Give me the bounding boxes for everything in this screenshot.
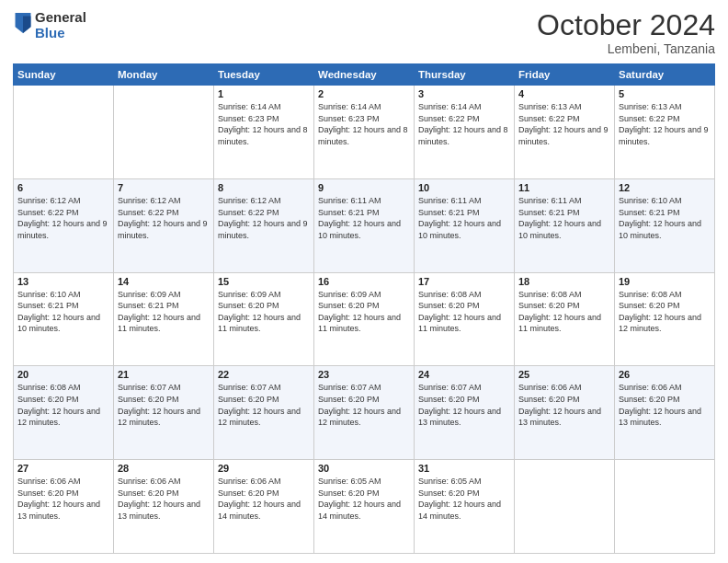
table-row: 13Sunrise: 6:10 AMSunset: 6:21 PMDayligh…: [14, 272, 114, 366]
week-row-4: 27Sunrise: 6:06 AMSunset: 6:20 PMDayligh…: [14, 460, 715, 554]
day-info: Sunrise: 6:06 AMSunset: 6:20 PMDaylight:…: [118, 476, 210, 522]
location: Lembeni, Tanzania: [537, 41, 715, 56]
day-number: 11: [518, 182, 610, 193]
table-row: 5Sunrise: 6:13 AMSunset: 6:22 PMDaylight…: [615, 86, 715, 179]
day-number: 8: [218, 182, 310, 193]
day-info: Sunrise: 6:06 AMSunset: 6:20 PMDaylight:…: [17, 476, 109, 522]
logo: General Blue: [13, 9, 86, 41]
day-number: 27: [17, 463, 109, 474]
day-info: Sunrise: 6:08 AMSunset: 6:20 PMDaylight:…: [619, 289, 711, 335]
day-info: Sunrise: 6:05 AMSunset: 6:20 PMDaylight:…: [418, 476, 510, 522]
table-row: 26Sunrise: 6:06 AMSunset: 6:20 PMDayligh…: [615, 366, 715, 460]
week-row-2: 13Sunrise: 6:10 AMSunset: 6:21 PMDayligh…: [14, 272, 715, 366]
day-info: Sunrise: 6:14 AMSunset: 6:22 PMDaylight:…: [418, 101, 510, 147]
table-row: 9Sunrise: 6:11 AMSunset: 6:21 PMDaylight…: [314, 178, 415, 272]
day-info: Sunrise: 6:06 AMSunset: 6:20 PMDaylight:…: [619, 382, 711, 428]
day-number: 18: [518, 276, 610, 287]
week-row-3: 20Sunrise: 6:08 AMSunset: 6:20 PMDayligh…: [14, 366, 715, 460]
day-info: Sunrise: 6:12 AMSunset: 6:22 PMDaylight:…: [218, 195, 310, 241]
day-number: 25: [518, 369, 610, 380]
table-row: 7Sunrise: 6:12 AMSunset: 6:22 PMDaylight…: [114, 178, 214, 272]
day-number: 6: [17, 182, 109, 193]
day-info: Sunrise: 6:07 AMSunset: 6:20 PMDaylight:…: [418, 382, 510, 428]
table-row: 23Sunrise: 6:07 AMSunset: 6:20 PMDayligh…: [314, 366, 415, 460]
logo-general: General: [35, 9, 86, 25]
day-info: Sunrise: 6:06 AMSunset: 6:20 PMDaylight:…: [218, 476, 310, 522]
day-number: 2: [318, 88, 410, 99]
day-info: Sunrise: 6:14 AMSunset: 6:23 PMDaylight:…: [318, 101, 410, 147]
table-row: 20Sunrise: 6:08 AMSunset: 6:20 PMDayligh…: [14, 366, 114, 460]
calendar-table: Sunday Monday Tuesday Wednesday Thursday…: [13, 63, 715, 554]
col-monday: Monday: [114, 64, 214, 86]
day-info: Sunrise: 6:12 AMSunset: 6:22 PMDaylight:…: [118, 195, 210, 241]
day-info: Sunrise: 6:10 AMSunset: 6:21 PMDaylight:…: [619, 195, 711, 241]
col-thursday: Thursday: [415, 64, 515, 86]
day-info: Sunrise: 6:12 AMSunset: 6:22 PMDaylight:…: [17, 195, 109, 241]
table-row: 8Sunrise: 6:12 AMSunset: 6:22 PMDaylight…: [214, 178, 314, 272]
table-row: 10Sunrise: 6:11 AMSunset: 6:21 PMDayligh…: [415, 178, 515, 272]
table-row: 25Sunrise: 6:06 AMSunset: 6:20 PMDayligh…: [515, 366, 615, 460]
table-row: 4Sunrise: 6:13 AMSunset: 6:22 PMDaylight…: [515, 86, 615, 179]
table-row: [14, 86, 114, 179]
table-row: 15Sunrise: 6:09 AMSunset: 6:20 PMDayligh…: [214, 272, 314, 366]
table-row: 27Sunrise: 6:06 AMSunset: 6:20 PMDayligh…: [14, 460, 114, 554]
table-row: 31Sunrise: 6:05 AMSunset: 6:20 PMDayligh…: [415, 460, 515, 554]
day-number: 26: [619, 369, 711, 380]
day-info: Sunrise: 6:06 AMSunset: 6:20 PMDaylight:…: [518, 382, 610, 428]
table-row: [515, 460, 615, 554]
day-number: 22: [218, 369, 310, 380]
table-row: 19Sunrise: 6:08 AMSunset: 6:20 PMDayligh…: [615, 272, 715, 366]
day-info: Sunrise: 6:07 AMSunset: 6:20 PMDaylight:…: [118, 382, 210, 428]
table-row: [615, 460, 715, 554]
day-info: Sunrise: 6:07 AMSunset: 6:20 PMDaylight:…: [218, 382, 310, 428]
calendar-header-row: Sunday Monday Tuesday Wednesday Thursday…: [14, 64, 715, 86]
day-info: Sunrise: 6:08 AMSunset: 6:20 PMDaylight:…: [17, 382, 109, 428]
day-info: Sunrise: 6:08 AMSunset: 6:20 PMDaylight:…: [518, 289, 610, 335]
page-header: General Blue October 2024 Lembeni, Tanza…: [13, 9, 715, 56]
logo-blue: Blue: [35, 25, 65, 40]
day-info: Sunrise: 6:10 AMSunset: 6:21 PMDaylight:…: [17, 289, 109, 335]
day-number: 23: [318, 369, 410, 380]
table-row: 30Sunrise: 6:05 AMSunset: 6:20 PMDayligh…: [314, 460, 415, 554]
col-tuesday: Tuesday: [214, 64, 314, 86]
table-row: 14Sunrise: 6:09 AMSunset: 6:21 PMDayligh…: [114, 272, 214, 366]
day-number: 24: [418, 369, 510, 380]
table-row: 1Sunrise: 6:14 AMSunset: 6:23 PMDaylight…: [214, 86, 314, 179]
day-number: 14: [118, 276, 210, 287]
day-info: Sunrise: 6:13 AMSunset: 6:22 PMDaylight:…: [619, 101, 711, 147]
table-row: 22Sunrise: 6:07 AMSunset: 6:20 PMDayligh…: [214, 366, 314, 460]
table-row: 17Sunrise: 6:08 AMSunset: 6:20 PMDayligh…: [415, 272, 515, 366]
table-row: 2Sunrise: 6:14 AMSunset: 6:23 PMDaylight…: [314, 86, 415, 179]
day-number: 5: [619, 88, 711, 99]
logo-icon: [15, 13, 31, 33]
table-row: [114, 86, 214, 179]
day-number: 3: [418, 88, 510, 99]
day-number: 17: [418, 276, 510, 287]
day-number: 1: [218, 88, 310, 99]
day-info: Sunrise: 6:09 AMSunset: 6:21 PMDaylight:…: [118, 289, 210, 335]
table-row: 3Sunrise: 6:14 AMSunset: 6:22 PMDaylight…: [415, 86, 515, 179]
table-row: 16Sunrise: 6:09 AMSunset: 6:20 PMDayligh…: [314, 272, 415, 366]
day-number: 10: [418, 182, 510, 193]
table-row: 6Sunrise: 6:12 AMSunset: 6:22 PMDaylight…: [14, 178, 114, 272]
col-sunday: Sunday: [14, 64, 114, 86]
col-saturday: Saturday: [615, 64, 715, 86]
day-number: 16: [318, 276, 410, 287]
table-row: 29Sunrise: 6:06 AMSunset: 6:20 PMDayligh…: [214, 460, 314, 554]
day-info: Sunrise: 6:11 AMSunset: 6:21 PMDaylight:…: [418, 195, 510, 241]
week-row-1: 6Sunrise: 6:12 AMSunset: 6:22 PMDaylight…: [14, 178, 715, 272]
day-number: 15: [218, 276, 310, 287]
title-block: October 2024 Lembeni, Tanzania: [537, 9, 715, 56]
day-info: Sunrise: 6:11 AMSunset: 6:21 PMDaylight:…: [518, 195, 610, 241]
day-info: Sunrise: 6:13 AMSunset: 6:22 PMDaylight:…: [518, 101, 610, 147]
day-number: 29: [218, 463, 310, 474]
day-number: 30: [318, 463, 410, 474]
day-info: Sunrise: 6:05 AMSunset: 6:20 PMDaylight:…: [318, 476, 410, 522]
day-number: 20: [17, 369, 109, 380]
table-row: 21Sunrise: 6:07 AMSunset: 6:20 PMDayligh…: [114, 366, 214, 460]
day-number: 19: [619, 276, 711, 287]
day-info: Sunrise: 6:07 AMSunset: 6:20 PMDaylight:…: [318, 382, 410, 428]
month-title: October 2024: [537, 9, 715, 41]
day-info: Sunrise: 6:09 AMSunset: 6:20 PMDaylight:…: [218, 289, 310, 335]
table-row: 24Sunrise: 6:07 AMSunset: 6:20 PMDayligh…: [415, 366, 515, 460]
